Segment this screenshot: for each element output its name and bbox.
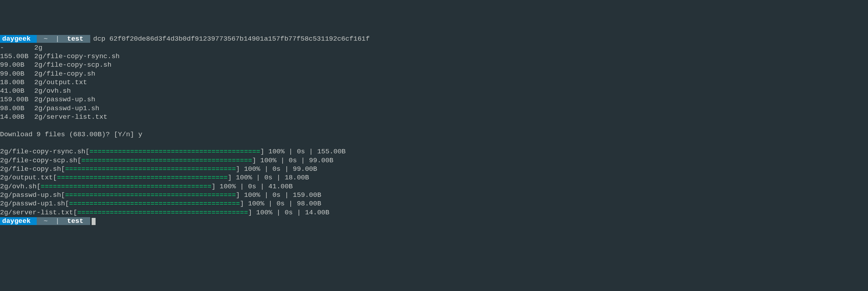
download-row: 2g/server-list.txt[=====================… [0, 208, 868, 217]
progress-close-bracket: ] [260, 148, 264, 155]
download-size: 99.00B [309, 157, 333, 164]
download-time: 0s [276, 200, 285, 208]
file-listing-row: 99.00B2g/file-copy-scp.sh [0, 61, 868, 69]
stat-separator: | [260, 191, 272, 199]
download-percent: 100% [240, 191, 260, 199]
file-size: 98.00B [0, 104, 34, 113]
download-percent: 100% [240, 165, 260, 173]
stat-separator: | [264, 200, 276, 208]
progress-close-bracket: ] [236, 191, 240, 199]
file-size: 14.00B [0, 113, 34, 121]
progress-bar: ========================================… [65, 165, 236, 173]
file-path: 2g/file-copy-rsync.sh [34, 52, 119, 61]
download-filename: 2g/passwd-up1.sh [0, 200, 65, 208]
download-filename: 2g/passwd-up.sh [0, 191, 61, 199]
progress-open-bracket: [ [61, 191, 65, 199]
file-path: 2g/passwd-up1.sh [34, 104, 99, 113]
prompt-dir: test [60, 35, 90, 43]
progress-close-bracket: ] [211, 183, 215, 190]
file-size: 41.00B [0, 87, 34, 95]
download-filename: 2g/file-copy.sh [0, 165, 61, 173]
file-path: 2g/file-copy.sh [34, 70, 95, 78]
progress-open-bracket: [ [37, 183, 41, 190]
download-size: 159.00B [293, 191, 321, 199]
download-percent: 100% [244, 200, 264, 208]
progress-close-bracket: ] [240, 200, 244, 208]
command-line: daygeek ~ | test dcp 62f0f20de86d3f4d3b0… [0, 35, 868, 43]
file-path: 2g/ovh.sh [34, 87, 71, 95]
download-filename: 2g/ovh.sh [0, 183, 37, 190]
progress-bar: ========================================… [90, 148, 260, 155]
prompt-user: daygeek [0, 217, 37, 225]
prompt-separator: | [55, 217, 60, 225]
file-size: 159.00B [0, 95, 34, 104]
download-percent: 100% [232, 174, 252, 182]
progress-bar: ========================================… [65, 191, 236, 199]
download-percent: 100% [252, 209, 272, 216]
download-size: 155.00B [317, 148, 346, 155]
file-size: - [0, 44, 34, 52]
file-path: 2g/passwd-up.sh [34, 95, 95, 104]
download-size: 18.00B [285, 174, 309, 182]
stat-separator: | [236, 183, 248, 190]
stat-separator: | [297, 157, 309, 164]
file-listing-row: 159.00B2g/passwd-up.sh [0, 95, 868, 104]
progress-open-bracket: [ [73, 209, 77, 216]
download-time: 0s [289, 157, 297, 164]
progress-bar: ========================================… [57, 174, 228, 182]
stat-separator: | [260, 165, 272, 173]
confirm-prompt[interactable]: Download 9 files (683.00B)? [Y/n] y [0, 130, 868, 139]
blank-line [0, 139, 868, 147]
download-time: 0s [272, 191, 281, 199]
progress-open-bracket: [ [77, 157, 81, 164]
download-percent: 100% [264, 148, 285, 155]
prompt-separator: | [55, 35, 60, 43]
ready-prompt[interactable]: daygeek ~ | test [0, 217, 868, 225]
prompt-user: daygeek [0, 35, 37, 43]
file-path: 2g/server-list.txt [34, 113, 107, 121]
file-size: 18.00B [0, 78, 34, 87]
file-listing-row: 98.00B2g/passwd-up1.sh [0, 104, 868, 113]
download-row: 2g/ovh.sh[==============================… [0, 182, 868, 191]
download-time: 0s [248, 183, 256, 190]
file-listing-row: 155.00B2g/file-copy-rsync.sh [0, 52, 868, 61]
blank-line [0, 121, 868, 130]
stat-separator: | [281, 165, 293, 173]
progress-open-bracket: [ [85, 148, 89, 155]
download-filename: 2g/file-copy-rsync.sh [0, 148, 85, 155]
file-path: 2g [34, 44, 42, 52]
download-row: 2g/output.txt[==========================… [0, 173, 868, 182]
progress-close-bracket: ] [236, 165, 240, 173]
stat-separator: | [256, 183, 268, 190]
progress-close-bracket: ] [248, 209, 252, 216]
download-filename: 2g/file-copy-scp.sh [0, 157, 77, 164]
download-size: 99.00B [293, 165, 317, 173]
stat-separator: | [285, 148, 297, 155]
download-row: 2g/passwd-up.sh[========================… [0, 191, 868, 199]
stat-separator: | [285, 200, 297, 208]
prompt-tilde: ~ [37, 35, 55, 43]
file-listing-row: 99.00B2g/file-copy.sh [0, 70, 868, 78]
command-text[interactable]: dcp 62f0f20de86d3f4d3b0df91239773567b149… [90, 35, 369, 43]
download-size: 14.00B [305, 209, 329, 216]
file-listing-row: 18.00B2g/output.txt [0, 78, 868, 87]
download-percent: 100% [256, 157, 276, 164]
file-size: 99.00B [0, 61, 34, 69]
download-filename: 2g/output.txt [0, 174, 53, 182]
download-filename: 2g/server-list.txt [0, 209, 73, 216]
file-listing-row: -2g [0, 44, 868, 52]
stat-separator: | [293, 209, 305, 216]
download-row: 2g/file-copy-rsync.sh[==================… [0, 147, 868, 156]
download-time: 0s [285, 209, 293, 216]
stat-separator: | [252, 174, 264, 182]
progress-bar: ========================================… [69, 200, 240, 208]
file-path: 2g/output.txt [34, 78, 87, 87]
file-listing-row: 41.00B2g/ovh.sh [0, 87, 868, 95]
file-listing-row: 14.00B2g/server-list.txt [0, 113, 868, 121]
progress-close-bracket: ] [252, 157, 256, 164]
download-time: 0s [272, 165, 281, 173]
download-time: 0s [264, 174, 272, 182]
progress-bar: ========================================… [77, 209, 248, 216]
progress-close-bracket: ] [228, 174, 232, 182]
progress-open-bracket: [ [65, 200, 69, 208]
